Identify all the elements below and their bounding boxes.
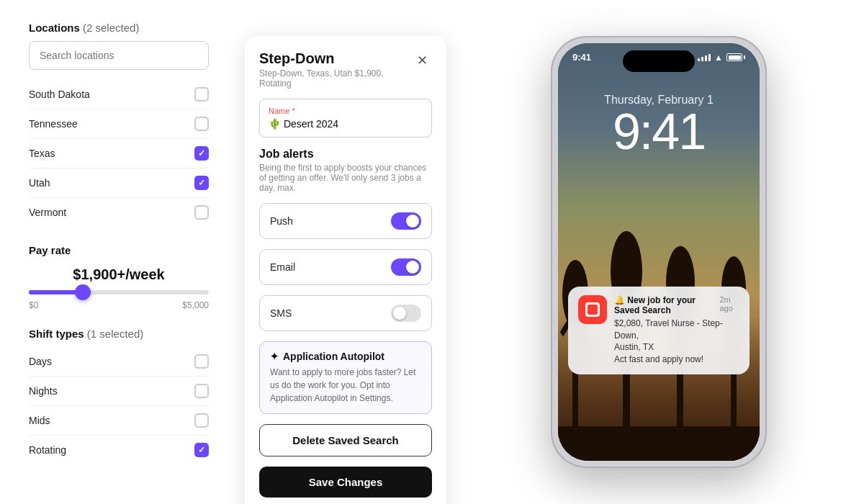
bar3 <box>705 55 707 61</box>
checkbox-tennessee[interactable] <box>194 117 209 131</box>
push-toggle[interactable] <box>391 212 421 230</box>
shift-name: Rotating <box>29 444 66 456</box>
sparkle-icon: ✦ <box>270 351 279 362</box>
checkbox-days[interactable] <box>194 354 209 369</box>
name-field-label: Name * <box>269 107 423 115</box>
name-label-text: Name <box>269 107 289 115</box>
checkbox-vermont[interactable] <box>194 205 209 220</box>
battery-tip <box>744 55 745 59</box>
slider-labels: $0 $5,000 <box>29 300 209 310</box>
status-right: ▲ <box>698 53 745 63</box>
search-input-wrapper[interactable] <box>29 41 209 70</box>
list-item[interactable]: Vermont <box>29 198 209 227</box>
job-alerts-section: Job alerts Being the first to apply boos… <box>259 148 432 193</box>
location-list: South Dakota Tennessee Texas Utah Vermon… <box>29 80 209 227</box>
job-alerts-title: Job alerts <box>259 148 432 161</box>
location-name: Vermont <box>29 207 66 218</box>
pay-rate-label: Pay rate <box>29 244 209 256</box>
shift-types-count: (1 selected) <box>87 328 143 340</box>
pay-rate-section: Pay rate $1,900+/week $0 $5,000 <box>29 244 209 310</box>
alert-sms[interactable]: SMS <box>259 295 432 331</box>
autopilot-label: Application Autopilot <box>283 351 384 362</box>
app-icon <box>578 295 607 324</box>
app-icon-bg <box>580 297 606 323</box>
wifi-icon: ▲ <box>714 53 723 63</box>
alert-email-label: Email <box>270 261 295 273</box>
toggle-thumb <box>406 215 419 228</box>
checkbox-utah[interactable] <box>194 176 209 190</box>
checkbox-south-dakota[interactable] <box>194 87 209 102</box>
list-item[interactable]: Texas <box>29 139 209 168</box>
locations-label: Locations <box>29 22 80 34</box>
checkbox-mids[interactable] <box>194 413 209 428</box>
shift-types-title: Shift types (1 selected) <box>29 328 209 340</box>
list-item[interactable]: Nights <box>29 377 209 406</box>
alert-email[interactable]: Email <box>259 249 432 285</box>
battery-icon <box>726 53 745 61</box>
list-item[interactable]: Days <box>29 347 209 377</box>
phone-date: Thursday, February 1 <box>558 94 760 107</box>
sms-toggle[interactable] <box>391 305 421 322</box>
search-input[interactable] <box>40 50 198 61</box>
email-toggle[interactable] <box>391 258 421 276</box>
list-item[interactable]: Rotating <box>29 436 209 464</box>
delete-saved-search-button[interactable]: Delete Saved Search <box>259 424 432 456</box>
autopilot-desc: Want to apply to more jobs faster? Let u… <box>270 366 421 405</box>
list-item[interactable]: Mids <box>29 406 209 436</box>
shift-types-section: Shift types (1 selected) Days Nights Mid… <box>29 328 209 464</box>
modal-subtitle: Step-Down, Texas, Utah $1,900, Rotating <box>259 68 413 89</box>
locations-section-title: Locations (2 selected) <box>29 22 209 34</box>
notif-line1: $2,080, Travel Nurse - Step-Down, <box>614 318 723 341</box>
bar1 <box>698 58 700 61</box>
name-required-indicator: * <box>292 107 294 115</box>
list-item[interactable]: South Dakota <box>29 80 209 109</box>
alert-push[interactable]: Push <box>259 203 432 239</box>
name-field[interactable]: Name * 🌵 Desert 2024 <box>259 99 432 138</box>
location-name: Tennessee <box>29 118 78 130</box>
locations-count: (2 selected) <box>83 22 139 34</box>
modal-panel: Step-Down Step-Down, Texas, Utah $1,900,… <box>245 36 446 504</box>
phone-outer: 9:41 ▲ <box>551 36 767 468</box>
phone-screen: 9:41 ▲ <box>558 43 760 461</box>
modal-header-text: Step-Down Step-Down, Texas, Utah $1,900,… <box>259 50 413 89</box>
phone-time: 9:41 <box>558 107 760 157</box>
shift-name: Days <box>29 356 52 367</box>
notification-card[interactable]: 🔔 New job for your Saved Search 2m ago $… <box>568 287 750 374</box>
status-time: 9:41 <box>572 52 591 63</box>
alert-push-label: Push <box>270 215 293 227</box>
autopilot-box: ✦ Application Autopilot Want to apply to… <box>259 341 432 414</box>
alert-sms-label: SMS <box>270 307 292 319</box>
name-field-value[interactable]: 🌵 Desert 2024 <box>269 118 423 130</box>
left-panel: Locations (2 selected) South Dakota Tenn… <box>0 0 238 504</box>
list-item[interactable]: Utah <box>29 168 209 198</box>
slider-thumb[interactable] <box>75 284 91 300</box>
battery-fill <box>729 55 741 60</box>
bar4 <box>708 54 711 61</box>
toggle-thumb <box>406 261 419 274</box>
app-icon-shape <box>585 302 600 317</box>
notification-content: 🔔 New job for your Saved Search 2m ago $… <box>614 295 739 366</box>
close-button[interactable]: ✕ <box>413 50 432 71</box>
phone-date-time: Thursday, February 1 9:41 <box>558 94 760 157</box>
checkbox-nights[interactable] <box>194 384 209 398</box>
checkbox-texas[interactable] <box>194 146 209 161</box>
shift-name: Mids <box>29 415 50 426</box>
save-changes-button[interactable]: Save Changes <box>259 467 432 498</box>
autopilot-header: ✦ Application Autopilot <box>270 351 421 362</box>
slider-max: $5,000 <box>182 300 209 310</box>
notif-line2: Austin, TX <box>614 342 654 352</box>
shift-name: Nights <box>29 385 58 397</box>
job-alerts-desc: Being the first to apply boosts your cha… <box>259 163 432 193</box>
modal-header: Step-Down Step-Down, Texas, Utah $1,900,… <box>259 50 432 89</box>
dynamic-island <box>623 50 695 72</box>
location-name: Utah <box>29 177 50 189</box>
checkbox-rotating[interactable] <box>194 443 209 457</box>
shift-types-label: Shift types <box>29 328 84 340</box>
location-name: South Dakota <box>29 89 90 100</box>
list-item[interactable]: Tennessee <box>29 109 209 139</box>
modal-title: Step-Down <box>259 50 413 67</box>
pay-rate-value: $1,900+/week <box>29 266 209 283</box>
app-icon-inner <box>588 305 598 315</box>
pay-rate-slider[interactable] <box>29 290 209 294</box>
notification-header: 🔔 New job for your Saved Search 2m ago <box>614 295 739 315</box>
